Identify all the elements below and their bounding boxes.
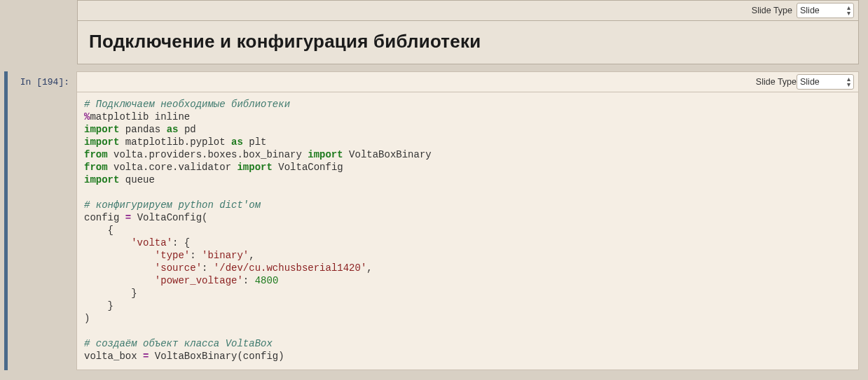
slide-type-select-value: Slide xyxy=(800,6,820,15)
code-editor[interactable]: # Подключаем необходимые библиотеки %mat… xyxy=(76,92,859,370)
markdown-render[interactable]: Подключение и конфигурация библиотеки xyxy=(77,21,859,64)
chevron-updown-icon: ▴▾ xyxy=(847,76,850,87)
notebook-viewport: Slide Type Slide ▴▾ Подключение и конфиг… xyxy=(0,0,868,380)
slide-type-select-value: Slide xyxy=(800,77,820,87)
slide-type-select[interactable]: Slide ▴▾ xyxy=(797,3,854,18)
slide-toolbar: Slide Type Slide ▴▾ xyxy=(76,71,859,92)
input-prompt: In [194]: xyxy=(9,71,76,87)
chevron-updown-icon: ▴▾ xyxy=(847,5,850,16)
slide-type-label: Slide Type xyxy=(756,77,797,87)
markdown-cell: Slide Type Slide ▴▾ Подключение и конфиг… xyxy=(77,0,859,64)
heading-text: Подключение и конфигурация библиотеки xyxy=(89,31,847,52)
code-cell: In [194]: Slide Type Slide ▴▾ # Подключа… xyxy=(4,71,859,370)
slide-type-label: Slide Type xyxy=(752,6,792,15)
slide-type-select[interactable]: Slide ▴▾ xyxy=(797,74,854,90)
slide-toolbar: Slide Type Slide ▴▾ xyxy=(77,0,859,21)
